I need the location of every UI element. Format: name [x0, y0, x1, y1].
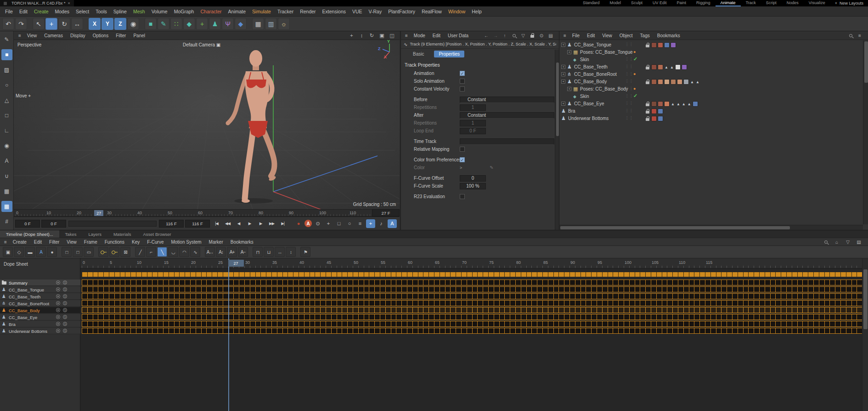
animation-checkbox[interactable]: ✓	[460, 71, 465, 76]
f-curve-scale-field[interactable]: 100 %	[460, 183, 486, 189]
move-tool-icon[interactable]: +	[45, 18, 57, 30]
layout-item-standard[interactable]: Standard	[578, 0, 605, 6]
key-row-underwear-bottoms[interactable]	[82, 328, 862, 334]
lock-tag-icon[interactable]	[645, 64, 650, 70]
panel-menu-icon[interactable]: ≡	[856, 32, 863, 39]
ds-playhead-line[interactable]	[228, 258, 229, 411]
visibility-icon[interactable]	[56, 287, 60, 291]
texture-tag-icon[interactable]	[651, 116, 657, 121]
ease-out-icon[interactable]: ◠	[179, 247, 189, 257]
ds-row-cc-base-eye[interactable]: ♟CC_Base_EyeS	[0, 314, 80, 320]
om-item-poses-cc-base-body[interactable]: +▦Poses: CC_Base_Body⋮⋮●	[559, 86, 868, 93]
key-rotation-icon[interactable]: ○	[345, 219, 354, 228]
timeline-ruler[interactable]: 27 0102030405060708090100110	[14, 209, 372, 217]
key-row-cc-base-boneroot[interactable]	[82, 300, 862, 306]
redo-icon[interactable]: ↷	[15, 18, 27, 30]
layer-dots-icon[interactable]: ⋮⋮	[625, 116, 633, 120]
scale-keys-icon[interactable]: ▭	[84, 247, 94, 257]
layer-dots-icon[interactable]: ⋮⋮	[625, 108, 633, 113]
constant-velocity-checkbox[interactable]	[460, 86, 465, 91]
menu-extensions[interactable]: Extensions	[319, 9, 349, 14]
auto-frame-icon[interactable]: A	[36, 247, 46, 257]
attr-menu-icon[interactable]: ≡	[403, 33, 410, 38]
vp-menu-panel[interactable]: Panel	[130, 33, 149, 38]
lock-icon[interactable]	[529, 32, 536, 39]
timeline-playhead-marker[interactable]: 27	[94, 210, 103, 216]
key-row-summary[interactable]	[82, 280, 862, 285]
enable-check-icon[interactable]: ✓	[633, 93, 637, 99]
x-axis-button[interactable]: X	[89, 18, 101, 30]
om-item-poses-cc-base-tongue[interactable]: +▦Poses: CC_Base_Tongue⋮⋮●	[559, 49, 868, 56]
texture-tag-icon[interactable]	[651, 108, 657, 114]
menu-plantfactory[interactable]: PlantFactory	[385, 9, 418, 14]
dope-tab-layers[interactable]: Layers	[82, 230, 107, 238]
visibility-icon[interactable]	[56, 301, 60, 305]
goto-end-button[interactable]: ▶|	[277, 219, 288, 228]
linear-interp-icon[interactable]: ╱	[135, 247, 145, 257]
solo-icon[interactable]: S	[63, 308, 67, 312]
texture-tag-icon[interactable]	[664, 101, 670, 107]
texture-tag-icon[interactable]	[682, 64, 687, 70]
expand-toggle-icon[interactable]: +	[567, 87, 571, 91]
attr-menu-mode[interactable]: Mode	[410, 33, 429, 38]
texture-tag-icon[interactable]	[675, 64, 681, 70]
autokey-mode-button[interactable]: A	[388, 219, 397, 228]
layout-item-script[interactable]: Script	[761, 0, 782, 6]
forward-icon[interactable]: →	[492, 32, 499, 39]
array-icon[interactable]: ▦	[252, 18, 264, 30]
expand-toggle-icon[interactable]: +	[567, 50, 571, 54]
menu-mograph[interactable]: MoGraph	[171, 9, 197, 14]
pen-tool-icon[interactable]: ✎	[1, 34, 12, 45]
menu-volume[interactable]: Volume	[148, 9, 171, 14]
autokey-button[interactable]: A	[304, 220, 312, 227]
layout-item-model[interactable]: Model	[605, 0, 626, 6]
search-icon[interactable]	[847, 32, 854, 39]
vp-menu-view[interactable]: View	[23, 33, 41, 38]
om-item-bra[interactable]: ♟Bra⋮⋮	[559, 108, 868, 115]
preview-end-field[interactable]: 116 F	[159, 220, 184, 228]
polygon-selection-tag-icon[interactable]: ▲	[682, 102, 686, 106]
expand-toggle-icon[interactable]: +	[561, 65, 565, 69]
solo-icon[interactable]: S	[63, 294, 67, 298]
f-curve-offset-field[interactable]: 0	[460, 175, 486, 182]
loop-end-field[interactable]: 0 F	[460, 128, 486, 134]
history-icon[interactable]: ⊙	[538, 32, 545, 39]
view-label[interactable]: Perspective	[17, 42, 41, 47]
om-vscrollbar[interactable]	[863, 40, 868, 224]
texture-tag-icon[interactable]	[671, 42, 676, 48]
ds-row-underwear-bottoms[interactable]: ♟Underwear BottomsS	[0, 328, 80, 334]
om-item-cc-base-boneroot[interactable]: +⋔CC_Base_BoneRoot⋮⋮●	[559, 71, 868, 78]
visibility-icon[interactable]	[56, 322, 60, 326]
new-layouts-label[interactable]: New Layouts	[840, 1, 863, 6]
key-row-cc-base-tongue[interactable]	[82, 286, 862, 292]
r23-evaluation-checkbox[interactable]	[460, 194, 465, 199]
snap-keys-icon[interactable]: ⊓	[253, 247, 263, 257]
ellipse-icon[interactable]: ●	[47, 247, 57, 257]
record-keyframe-button[interactable]: ●	[294, 219, 303, 228]
after-dropdown[interactable]: Constant	[460, 112, 554, 119]
dope-menu-f-curve[interactable]: F-Curve	[143, 240, 167, 245]
zoom-h-icon[interactable]: ↔	[275, 247, 285, 257]
dope-menu-marker[interactable]: Marker	[205, 240, 227, 245]
om-item-cc-base-teeth[interactable]: +♟CC_Base_Teeth⋮⋮▲▲	[559, 63, 868, 71]
rotate-view-icon[interactable]: ↻	[368, 32, 375, 39]
polygon-selection-tag-icon[interactable]: ▲	[676, 102, 681, 106]
layout-item-nodes[interactable]: Nodes	[782, 0, 804, 6]
texture-tag-icon[interactable]	[683, 79, 689, 85]
solo-icon[interactable]: S	[63, 322, 67, 326]
om-menu-file[interactable]: File	[569, 33, 583, 38]
vp-menu-display[interactable]: Display	[67, 33, 89, 38]
points-mode-icon[interactable]: ○	[1, 80, 12, 91]
home-icon[interactable]: ⌂	[833, 239, 840, 245]
enable-axis-icon[interactable]: ◉	[1, 140, 12, 151]
ds-scroll-thumb[interactable]	[863, 269, 868, 329]
prev-key-button[interactable]: ◀◀	[222, 219, 233, 228]
key-row-cc-base-teeth[interactable]	[82, 293, 862, 299]
ds-row-bra[interactable]: ♟BraS	[0, 321, 80, 327]
volume-icon[interactable]: ◆	[183, 18, 195, 30]
menu-window[interactable]: Window	[445, 9, 468, 14]
y-axis-button[interactable]: Y	[101, 18, 113, 30]
relative-mapping-checkbox[interactable]	[460, 147, 465, 152]
animation-enabled-icon[interactable]: ●	[633, 86, 636, 91]
key-parameter-icon[interactable]: ≡	[355, 219, 365, 228]
